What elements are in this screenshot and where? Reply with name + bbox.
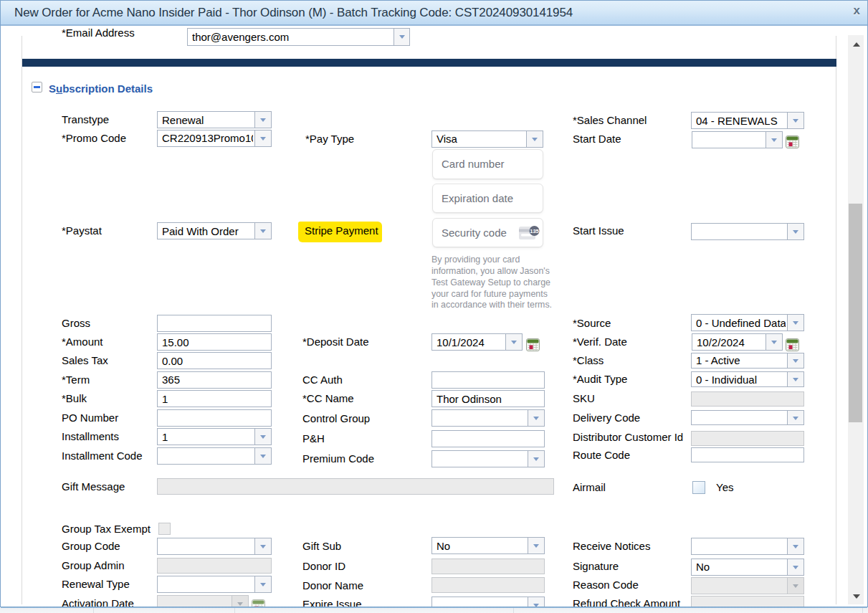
svg-text:135: 135 xyxy=(530,228,539,234)
